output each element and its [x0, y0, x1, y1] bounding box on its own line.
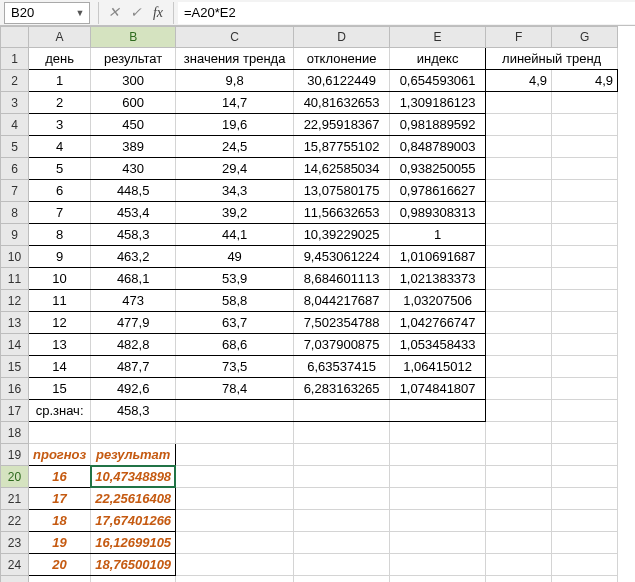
- row-header-11[interactable]: 11: [1, 268, 29, 290]
- cell-A17[interactable]: ср.знач:: [29, 400, 90, 421]
- cell-F22[interactable]: [486, 510, 551, 531]
- cell-E14[interactable]: 1,053458433: [390, 334, 485, 355]
- cell-E15[interactable]: 1,06415012: [390, 356, 485, 377]
- cell-G19[interactable]: [552, 444, 617, 465]
- col-header-C[interactable]: C: [176, 27, 294, 48]
- cell-G18[interactable]: [552, 422, 617, 443]
- formula-input[interactable]: =A20*E2: [178, 2, 635, 24]
- header-day[interactable]: день: [29, 48, 90, 69]
- cell-A12[interactable]: 11: [29, 290, 90, 311]
- cell-C23[interactable]: [176, 532, 293, 553]
- cell-B22[interactable]: 17,67401266: [91, 510, 175, 531]
- cell-E2[interactable]: 0,654593061: [390, 70, 485, 91]
- cell-F11[interactable]: [486, 268, 551, 289]
- row-header-14[interactable]: 14: [1, 334, 29, 356]
- cell-G15[interactable]: [552, 356, 617, 377]
- cell-A25[interactable]: [29, 576, 90, 582]
- header-index[interactable]: индекс: [390, 48, 485, 69]
- cell-E5[interactable]: 0,848789003: [390, 136, 485, 157]
- cell-A13[interactable]: 12: [29, 312, 90, 333]
- cell-A6[interactable]: 5: [29, 158, 90, 179]
- chevron-down-icon[interactable]: ▼: [73, 6, 87, 20]
- header-linear-trend[interactable]: линейный тренд: [486, 48, 617, 69]
- cell-A10[interactable]: 9: [29, 246, 90, 267]
- col-header-D[interactable]: D: [294, 27, 390, 48]
- cell-G21[interactable]: [552, 488, 617, 509]
- row-header-5[interactable]: 5: [1, 136, 29, 158]
- cell-C18[interactable]: [176, 422, 293, 443]
- cell-B13[interactable]: 477,9: [91, 312, 175, 333]
- cell-G8[interactable]: [552, 202, 617, 223]
- cell-C17[interactable]: [176, 400, 293, 421]
- cell-G23[interactable]: [552, 532, 617, 553]
- cell-F7[interactable]: [486, 180, 551, 201]
- cell-B10[interactable]: 463,2: [91, 246, 175, 267]
- cell-C13[interactable]: 63,7: [176, 312, 293, 333]
- cell-A14[interactable]: 13: [29, 334, 90, 355]
- row-header-21[interactable]: 21: [1, 488, 29, 510]
- cell-G24[interactable]: [552, 554, 617, 575]
- cell-B4[interactable]: 450: [91, 114, 175, 135]
- row-header-17[interactable]: 17: [1, 400, 29, 422]
- cell-C19[interactable]: [176, 444, 293, 465]
- cell-A18[interactable]: [29, 422, 90, 443]
- cell-F15[interactable]: [486, 356, 551, 377]
- cell-B21[interactable]: 22,25616408: [91, 488, 175, 509]
- cell-D13[interactable]: 7,502354788: [294, 312, 389, 333]
- row-header-18[interactable]: 18: [1, 422, 29, 444]
- cell-G10[interactable]: [552, 246, 617, 267]
- cell-F14[interactable]: [486, 334, 551, 355]
- cell-E19[interactable]: [390, 444, 485, 465]
- row-header-12[interactable]: 12: [1, 290, 29, 312]
- cell-F12[interactable]: [486, 290, 551, 311]
- cell-E23[interactable]: [390, 532, 485, 553]
- cell-A3[interactable]: 2: [29, 92, 90, 113]
- cell-C24[interactable]: [176, 554, 293, 575]
- cell-C9[interactable]: 44,1: [176, 224, 293, 245]
- cell-B11[interactable]: 468,1: [91, 268, 175, 289]
- cell-B24[interactable]: 18,76500109: [91, 554, 175, 575]
- cell-C15[interactable]: 73,5: [176, 356, 293, 377]
- cell-A22[interactable]: 18: [29, 510, 90, 531]
- row-header-19[interactable]: 19: [1, 444, 29, 466]
- col-header-G[interactable]: G: [552, 27, 618, 48]
- cell-A8[interactable]: 7: [29, 202, 90, 223]
- cancel-icon[interactable]: ✕: [103, 2, 125, 24]
- cell-C5[interactable]: 24,5: [176, 136, 293, 157]
- cell-D4[interactable]: 22,95918367: [294, 114, 389, 135]
- cell-D24[interactable]: [294, 554, 389, 575]
- cell-F16[interactable]: [486, 378, 551, 399]
- cell-C22[interactable]: [176, 510, 293, 531]
- cell-E13[interactable]: 1,042766747: [390, 312, 485, 333]
- cell-C11[interactable]: 53,9: [176, 268, 293, 289]
- cell-E24[interactable]: [390, 554, 485, 575]
- cell-B2[interactable]: 300: [91, 70, 175, 91]
- col-header-E[interactable]: E: [390, 27, 486, 48]
- cell-D11[interactable]: 8,684601113: [294, 268, 389, 289]
- cell-E11[interactable]: 1,021383373: [390, 268, 485, 289]
- cell-B5[interactable]: 389: [91, 136, 175, 157]
- cell-A15[interactable]: 14: [29, 356, 90, 377]
- cell-D3[interactable]: 40,81632653: [294, 92, 389, 113]
- cell-A23[interactable]: 19: [29, 532, 90, 553]
- cell-G14[interactable]: [552, 334, 617, 355]
- cell-A11[interactable]: 10: [29, 268, 90, 289]
- cell-D15[interactable]: 6,63537415: [294, 356, 389, 377]
- cell-F23[interactable]: [486, 532, 551, 553]
- row-header-22[interactable]: 22: [1, 510, 29, 532]
- row-header-4[interactable]: 4: [1, 114, 29, 136]
- cell-C20[interactable]: [176, 466, 293, 487]
- forecast-header-A[interactable]: прогноз: [29, 444, 90, 465]
- cell-D16[interactable]: 6,283163265: [294, 378, 389, 399]
- cell-C4[interactable]: 19,6: [176, 114, 293, 135]
- col-header-B[interactable]: B: [91, 27, 176, 48]
- confirm-icon[interactable]: ✓: [125, 2, 147, 24]
- cell-C8[interactable]: 39,2: [176, 202, 293, 223]
- cell-D5[interactable]: 15,87755102: [294, 136, 389, 157]
- cell-E8[interactable]: 0,989308313: [390, 202, 485, 223]
- cell-B8[interactable]: 453,4: [91, 202, 175, 223]
- cell-F8[interactable]: [486, 202, 551, 223]
- cell-F17[interactable]: [486, 400, 551, 421]
- cell-C10[interactable]: 49: [176, 246, 293, 267]
- cell-F5[interactable]: [486, 136, 551, 157]
